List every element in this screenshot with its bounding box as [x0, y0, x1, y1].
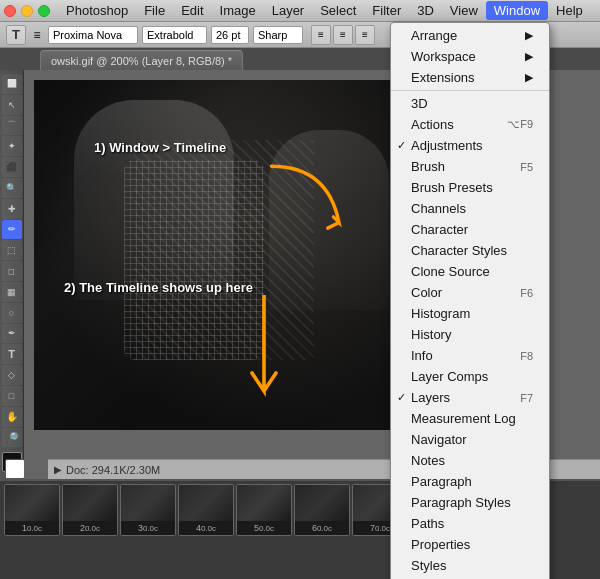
- menu-item-history[interactable]: History: [391, 324, 549, 345]
- menu-item-layers[interactable]: ✓ Layers F7: [391, 387, 549, 408]
- menu-item-workspace[interactable]: Workspace ▶: [391, 46, 549, 67]
- frame-number: 40.0c: [179, 521, 233, 535]
- menu-item-3d[interactable]: 3D: [409, 1, 442, 20]
- document-status: ▶: [54, 464, 62, 475]
- menu-item-image[interactable]: Image: [212, 1, 264, 20]
- menu-item-window[interactable]: Window: [486, 1, 548, 20]
- menu-item-measurement-log[interactable]: Measurement Log: [391, 408, 549, 429]
- menu-section-2: 3D Actions ⌥F9 ✓ Adjustments Brush F5 Br…: [391, 91, 549, 579]
- frame-number: 50.0c: [237, 521, 291, 535]
- menu-item-3d[interactable]: 3D: [391, 93, 549, 114]
- menu-item-view[interactable]: View: [442, 1, 486, 20]
- font-name-dropdown[interactable]: Proxima Nova: [48, 26, 138, 44]
- traffic-lights: [4, 5, 50, 17]
- tool-eraser[interactable]: ◻: [2, 261, 22, 281]
- tool-marquee[interactable]: ⬜: [2, 74, 22, 94]
- shortcut: F7: [520, 392, 533, 404]
- tool-dodge[interactable]: ○: [2, 303, 22, 323]
- close-button[interactable]: [4, 5, 16, 17]
- menu-item-arrange[interactable]: Arrange ▶: [391, 25, 549, 46]
- menu-item-filter[interactable]: Filter: [364, 1, 409, 20]
- tool-crop[interactable]: ⬛: [2, 157, 22, 177]
- tool-eyedropper[interactable]: 🔍: [2, 178, 22, 198]
- arrow1: [234, 155, 354, 245]
- timeline-frame-6[interactable]: 60.0c: [294, 484, 350, 536]
- timeline-frame-5[interactable]: 50.0c: [236, 484, 292, 536]
- menu-item-layer[interactable]: Layer: [264, 1, 313, 20]
- left-toolbar: ⬜ ↖ ⌒ ✦ ⬛ 🔍 ✚ ✏ ⬚ ◻ ▦ ○ ✒ T ◇ □ ✋ 🔎: [0, 70, 24, 479]
- align-left-icon[interactable]: ≡: [311, 25, 331, 45]
- toggle-icon: ≡: [30, 28, 44, 42]
- timeline-frame-4[interactable]: 40.0c: [178, 484, 234, 536]
- tool-pen[interactable]: ✒: [2, 324, 22, 344]
- menu-item-channels[interactable]: Channels: [391, 198, 549, 219]
- menu-item-paragraph-styles[interactable]: Paragraph Styles: [391, 492, 549, 513]
- background-color[interactable]: [5, 459, 25, 479]
- menu-item-layer-comps[interactable]: Layer Comps: [391, 366, 549, 387]
- align-right-icon[interactable]: ≡: [355, 25, 375, 45]
- frame-number: 10.0c: [5, 521, 59, 535]
- menu-item-character[interactable]: Character: [391, 219, 549, 240]
- menu-item-navigator[interactable]: Navigator: [391, 429, 549, 450]
- shortcut: F8: [520, 350, 533, 362]
- tool-hand[interactable]: ✋: [2, 407, 22, 427]
- tool-zoom[interactable]: 🔎: [2, 428, 22, 448]
- menu-item-color[interactable]: Color F6: [391, 282, 549, 303]
- menu-item-properties[interactable]: Properties: [391, 534, 549, 555]
- tool-clone[interactable]: ⬚: [2, 240, 22, 260]
- tool-path[interactable]: ◇: [2, 365, 22, 385]
- menu-item-adjustments[interactable]: ✓ Adjustments: [391, 135, 549, 156]
- menu-items: Photoshop File Edit Image Layer Select F…: [58, 1, 591, 20]
- menu-item-extensions[interactable]: Extensions ▶: [391, 67, 549, 88]
- menu-item-character-styles[interactable]: Character Styles: [391, 240, 549, 261]
- menu-item-file[interactable]: File: [136, 1, 173, 20]
- tool-type-icon: T: [6, 25, 26, 45]
- annotation1: 1) Window > Timeline: [94, 140, 226, 155]
- font-style-dropdown[interactable]: Extrabold: [142, 26, 207, 44]
- frame-number: 30.0c: [121, 521, 175, 535]
- menu-bar: Photoshop File Edit Image Layer Select F…: [0, 0, 600, 22]
- tool-gradient[interactable]: ▦: [2, 282, 22, 302]
- menu-item-histogram[interactable]: Histogram: [391, 303, 549, 324]
- timeline-frame-2[interactable]: 20.0c: [62, 484, 118, 536]
- shortcut: F5: [520, 161, 533, 173]
- menu-item-brush[interactable]: Brush F5: [391, 156, 549, 177]
- menu-item-help[interactable]: Help: [548, 1, 591, 20]
- frame-number: 20.0c: [63, 521, 117, 535]
- menu-section-1: Arrange ▶ Workspace ▶ Extensions ▶: [391, 23, 549, 91]
- timeline-frame-3[interactable]: 30.0c: [120, 484, 176, 536]
- tool-lasso[interactable]: ⌒: [2, 116, 22, 136]
- shortcut: F6: [520, 287, 533, 299]
- document-tab[interactable]: owski.gif @ 200% (Layer 8, RGB/8) *: [40, 50, 243, 70]
- menu-item-edit[interactable]: Edit: [173, 1, 211, 20]
- menu-item-info[interactable]: Info F8: [391, 345, 549, 366]
- submenu-arrow: ▶: [525, 29, 533, 42]
- tool-heal[interactable]: ✚: [2, 199, 22, 219]
- menu-item-paths[interactable]: Paths: [391, 513, 549, 534]
- menu-item-select[interactable]: Select: [312, 1, 364, 20]
- minimize-button[interactable]: [21, 5, 33, 17]
- tool-brush[interactable]: ✏: [2, 220, 22, 240]
- menu-item-paragraph[interactable]: Paragraph: [391, 471, 549, 492]
- tool-text[interactable]: T: [2, 344, 22, 364]
- aa-mode-dropdown[interactable]: Sharp: [253, 26, 303, 44]
- menu-item-clone-source[interactable]: Clone Source: [391, 261, 549, 282]
- frame-number: 60.0c: [295, 521, 349, 535]
- doc-size: Doc: 294.1K/2.30M: [66, 464, 160, 476]
- align-center-icon[interactable]: ≡: [333, 25, 353, 45]
- menu-item-styles[interactable]: Styles: [391, 555, 549, 576]
- timeline-frame-1[interactable]: 10.0c: [4, 484, 60, 536]
- tool-move[interactable]: ↖: [2, 95, 22, 115]
- submenu-arrow: ▶: [525, 50, 533, 63]
- menu-item-notes[interactable]: Notes: [391, 450, 549, 471]
- arrow2: [214, 295, 314, 415]
- window-dropdown-menu: Arrange ▶ Workspace ▶ Extensions ▶ 3D Ac…: [390, 22, 550, 579]
- font-size-dropdown[interactable]: 26 pt: [211, 26, 249, 44]
- menu-item-brush-presets[interactable]: Brush Presets: [391, 177, 549, 198]
- annotation2: 2) The Timeline shows up here: [64, 280, 253, 295]
- menu-item-actions[interactable]: Actions ⌥F9: [391, 114, 549, 135]
- tool-shape[interactable]: □: [2, 386, 22, 406]
- tool-wand[interactable]: ✦: [2, 136, 22, 156]
- maximize-button[interactable]: [38, 5, 50, 17]
- menu-item-photoshop[interactable]: Photoshop: [58, 1, 136, 20]
